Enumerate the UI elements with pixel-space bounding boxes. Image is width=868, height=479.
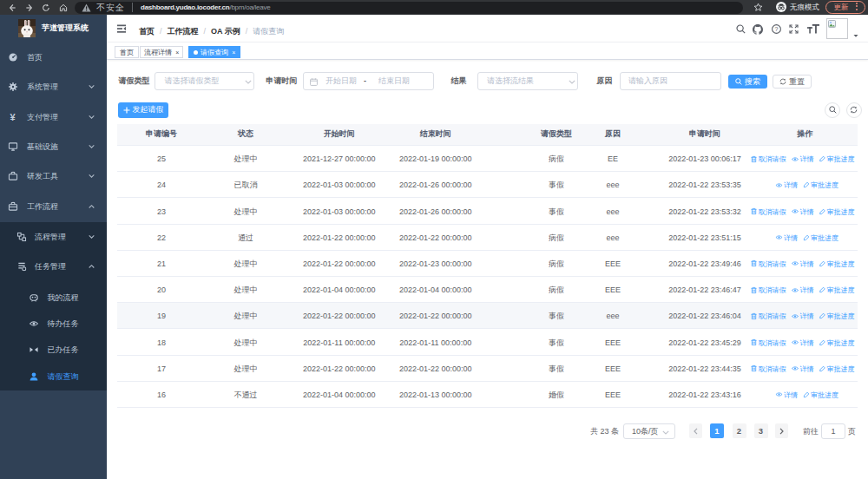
svg-text:?: ?	[775, 26, 779, 32]
